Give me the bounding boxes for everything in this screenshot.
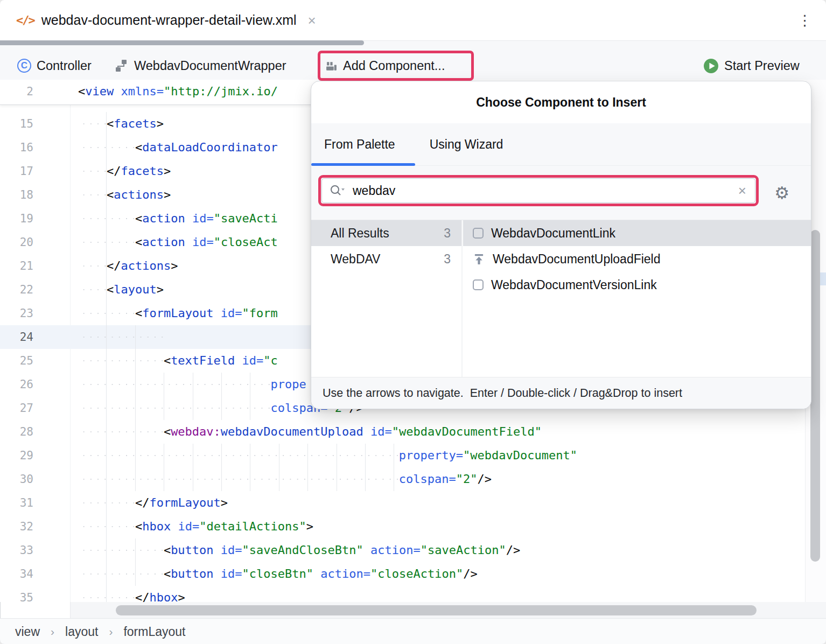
code-token (214, 567, 221, 580)
search-value: webdav (353, 184, 395, 198)
component-item[interactable]: WebdavDocumentVersionLink (463, 272, 811, 298)
code-line[interactable]: 30colspan="2"/> (0, 467, 806, 491)
code-text: <formLayout id="form (78, 302, 278, 325)
code-token: button (171, 543, 213, 557)
vertical-scrollbar-thumb[interactable] (810, 230, 820, 562)
code-token (185, 235, 192, 249)
code-line[interactable]: 33<button id="saveAndCloseBtn" action="s… (0, 538, 806, 562)
breadcrumb-item[interactable]: layout (65, 625, 98, 639)
code-text: <layout> (78, 278, 164, 302)
chevron-right-icon: › (51, 625, 54, 638)
code-token: < (107, 188, 114, 201)
hierarchy-icon (114, 59, 129, 73)
code-token: /> (463, 567, 478, 580)
add-component-icon (325, 60, 338, 72)
component-item[interactable]: WebdavDocumentLink (463, 220, 811, 246)
indent-whitespace (78, 373, 270, 396)
code-text: <textField id="c (78, 349, 278, 373)
code-token (114, 85, 121, 98)
indent-whitespace (78, 207, 135, 230)
component-box-icon (473, 228, 484, 239)
breadcrumb-item[interactable]: formLayout (123, 625, 185, 639)
tab-close-icon[interactable]: × (308, 13, 316, 27)
start-preview-button[interactable]: Start Preview (703, 53, 800, 78)
breadcrumb: view›layout›formLayout (0, 618, 826, 644)
search-icon (330, 184, 346, 197)
code-token: < (164, 567, 171, 580)
editor-tab-bar: </> webdav-document-wrapper-detail-view.… (0, 0, 826, 41)
search-input[interactable]: webdav × (321, 178, 755, 203)
indent-whitespace (78, 183, 107, 207)
wrapper-button[interactable]: WebdavDocumentWrapper (114, 53, 286, 78)
code-token: "closeAction" (370, 567, 463, 580)
code-line[interactable]: 28<webdav:webdavDocumentUpload id="webda… (0, 420, 806, 444)
controller-button[interactable]: C Controller (17, 53, 92, 78)
code-line[interactable]: 32<hbox id="detailActions"> (0, 515, 806, 538)
indent-whitespace (78, 230, 135, 254)
controller-label: Controller (37, 59, 92, 73)
code-line[interactable]: 34<button id="closeBtn" action="closeAct… (0, 562, 806, 586)
code-token: < (78, 85, 85, 98)
horizontal-scrollbar-thumb[interactable] (116, 605, 757, 615)
code-token: id= (242, 354, 264, 367)
gear-icon[interactable]: ⚙ (774, 185, 789, 201)
code-text: <webdav:webdavDocumentUpload id="webdavD… (78, 420, 542, 444)
code-line[interactable]: 29property="webdavDocument" (0, 444, 806, 467)
code-token: < (164, 354, 171, 367)
clear-search-icon[interactable]: × (738, 184, 746, 198)
code-token: < (107, 283, 114, 296)
tab-from-palette[interactable]: From Palette (324, 137, 395, 152)
controller-icon: C (17, 59, 31, 73)
code-token: < (135, 235, 142, 249)
code-token: < (135, 212, 142, 225)
line-number: 15 (0, 112, 33, 136)
tab-using-wizard[interactable]: Using Wizard (430, 137, 503, 152)
line-number: 31 (0, 491, 33, 515)
component-item[interactable]: WebdavDocumentUploadField (463, 246, 811, 272)
indent-whitespace (78, 159, 107, 183)
code-token: prope (270, 377, 306, 391)
code-token: </ (107, 164, 121, 178)
category-row[interactable]: All Results3 (311, 220, 461, 246)
code-token: id= (178, 520, 199, 533)
line-number: 19 (0, 207, 33, 230)
ide-window: </> webdav-document-wrapper-detail-view.… (0, 0, 826, 644)
chevron-right-icon: › (109, 625, 113, 638)
component-item-label: WebdavDocumentUploadField (493, 252, 661, 267)
code-token: < (135, 306, 142, 320)
code-token: id= (221, 306, 242, 320)
line-number: 35 (0, 586, 33, 610)
component-list: WebdavDocumentLinkWebdavDocumentUploadFi… (463, 220, 811, 379)
upload-icon (473, 253, 485, 265)
file-tab[interactable]: </> webdav-document-wrapper-detail-view.… (16, 0, 316, 40)
breadcrumb-item[interactable]: view (15, 625, 40, 639)
popup-title: Choose Component to Insert (311, 81, 811, 123)
code-token: > (164, 188, 171, 201)
category-count: 3 (444, 226, 451, 241)
code-token: "closeBtn" (242, 567, 313, 580)
code-text: </formLayout> (78, 491, 228, 515)
line-number: 17 (0, 159, 33, 183)
code-token: button (171, 567, 213, 580)
line-number: 24 (0, 325, 33, 349)
indent-whitespace (78, 515, 135, 538)
indent-whitespace (78, 254, 107, 278)
code-token: actions (114, 188, 164, 201)
code-token (214, 306, 221, 320)
popup-tabs: From Palette Using Wizard (311, 123, 811, 166)
code-token: facets (121, 164, 163, 178)
code-token: < (135, 520, 142, 533)
category-row[interactable]: WebDAV3 (311, 246, 461, 272)
code-line[interactable]: 31</formLayout> (0, 491, 806, 515)
code-token: </ (135, 496, 150, 509)
code-token: action (142, 235, 185, 249)
indent-whitespace (78, 491, 135, 515)
add-component-button[interactable]: Add Component... (325, 53, 445, 78)
code-text (78, 325, 164, 349)
category-list: All Results3WebDAV3 (311, 220, 463, 379)
category-count: 3 (444, 252, 451, 267)
tab-scrollbar[interactable] (0, 40, 364, 45)
kebab-menu-icon[interactable]: ⋮ (797, 12, 812, 29)
line-number: 30 (0, 467, 33, 491)
code-token: dataLoadCoordinator (142, 141, 278, 154)
